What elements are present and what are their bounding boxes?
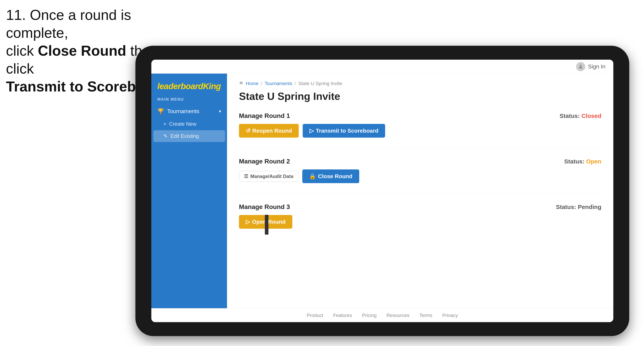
transmit-icon: ▷: [310, 128, 314, 134]
manage-audit-button[interactable]: ☰ Manage/Audit Data: [239, 171, 298, 182]
manage-audit-label: Manage/Audit Data: [250, 173, 293, 179]
reopen-icon: ↺: [246, 128, 250, 134]
svg-point-2: [580, 65, 582, 67]
footer-terms[interactable]: Terms: [420, 313, 432, 318]
sidebar: leaderboardKing MAIN MENU 🏆 Tournaments …: [151, 74, 227, 308]
sidebar-edit-existing[interactable]: ✎ Edit Existing: [153, 130, 225, 142]
sidebar-item-tournaments[interactable]: 🏆 Tournaments ▾: [151, 104, 227, 118]
edit-icon: ✎: [163, 133, 168, 139]
sign-in-label[interactable]: Sign In: [588, 63, 605, 70]
footer-features[interactable]: Features: [333, 313, 352, 318]
breadcrumb-sep2: /: [294, 81, 296, 86]
content-area: Home / Tournaments / State U Spring Invi…: [227, 74, 613, 308]
tablet-frame: Sign In leaderboardKing MAIN MENU 🏆 Tour…: [136, 46, 629, 336]
tablet-screen: Sign In leaderboardKing MAIN MENU 🏆 Tour…: [151, 60, 613, 322]
round-3-section: Manage Round 3 Status: Pending ▷ Open Ro…: [239, 203, 602, 239]
sidebar-create-new[interactable]: + Create New: [151, 118, 227, 130]
round-1-status: Status: Closed: [560, 113, 602, 119]
breadcrumb-tournaments-link[interactable]: Tournaments: [265, 81, 292, 86]
sidebar-edit-existing-label: Edit Existing: [170, 133, 199, 139]
transmit-label: Transmit to Scoreboard: [316, 128, 378, 134]
sidebar-create-new-label: Create New: [169, 121, 196, 127]
sidebar-tournaments-label: Tournaments: [167, 108, 199, 115]
breadcrumb-home-link[interactable]: Home: [246, 81, 258, 86]
tablet-side-button: [265, 215, 268, 235]
breadcrumb-sep1: /: [261, 81, 262, 86]
footer-privacy[interactable]: Privacy: [442, 313, 458, 318]
round-2-status-value: Open: [586, 158, 602, 165]
chevron-down-icon: ▾: [219, 109, 221, 114]
logo-main: leaderboard: [157, 82, 203, 91]
round-1-section: Manage Round 1 Status: Closed ↺ Reopen R…: [239, 112, 602, 148]
transmit-to-scoreboard-button[interactable]: ▷ Transmit to Scoreboard: [303, 124, 385, 138]
footer-product[interactable]: Product: [307, 313, 323, 318]
plus-icon: +: [163, 121, 166, 127]
page-title: State U Spring Invite: [239, 90, 602, 102]
round-2-status: Status: Open: [564, 158, 602, 165]
round-3-header: Manage Round 3 Status: Pending: [239, 203, 602, 211]
close-icon: 🔒: [309, 173, 316, 179]
round-2-buttons: ☰ Manage/Audit Data 🔒 Close Round: [239, 170, 602, 183]
top-bar: Sign In: [151, 60, 613, 74]
sign-in-area[interactable]: Sign In: [576, 62, 605, 71]
footer-pricing[interactable]: Pricing: [362, 313, 376, 318]
instruction-line1: 11. Once a round is complete,: [6, 7, 131, 41]
round-1-header: Manage Round 1 Status: Closed: [239, 112, 602, 120]
logo-area: leaderboardKing: [151, 80, 227, 97]
round-3-status-value: Pending: [578, 204, 602, 210]
round-2-header: Manage Round 2 Status: Open: [239, 158, 602, 165]
round-1-status-value: Closed: [582, 113, 602, 119]
user-avatar-icon: [576, 62, 585, 71]
round-2-title: Manage Round 2: [239, 158, 290, 165]
reopen-round-label: Reopen Round: [252, 128, 292, 134]
logo: leaderboardKing: [157, 82, 221, 91]
breadcrumb-current: State U Spring Invite: [298, 81, 342, 86]
audit-icon: ☰: [244, 173, 248, 179]
round-3-buttons: ▷ Open Round: [239, 215, 602, 229]
close-round-button[interactable]: 🔒 Close Round: [302, 170, 359, 183]
close-round-label: Close Round: [318, 173, 352, 179]
round-1-title: Manage Round 1: [239, 112, 290, 120]
open-icon: ▷: [246, 218, 250, 225]
round-1-buttons: ↺ Reopen Round ▷ Transmit to Scoreboard: [239, 124, 602, 138]
footer: Product Features Pricing Resources Terms…: [151, 308, 613, 322]
main-area: leaderboardKing MAIN MENU 🏆 Tournaments …: [151, 74, 613, 308]
round-3-status: Status: Pending: [556, 204, 602, 210]
round-3-title: Manage Round 3: [239, 203, 290, 211]
instruction-bold1: Close Round: [38, 43, 126, 59]
footer-resources[interactable]: Resources: [386, 313, 410, 318]
open-round-label: Open Round: [252, 219, 286, 225]
breadcrumb: Home / Tournaments / State U Spring Invi…: [239, 81, 602, 86]
reopen-round-button[interactable]: ↺ Reopen Round: [239, 124, 299, 138]
breadcrumb-home: [239, 81, 243, 86]
main-menu-label: MAIN MENU: [151, 97, 227, 104]
round-2-section: Manage Round 2 Status: Open ☰ Manage/Aud…: [239, 158, 602, 193]
logo-accent: King: [203, 82, 221, 91]
trophy-icon: 🏆: [157, 108, 164, 115]
